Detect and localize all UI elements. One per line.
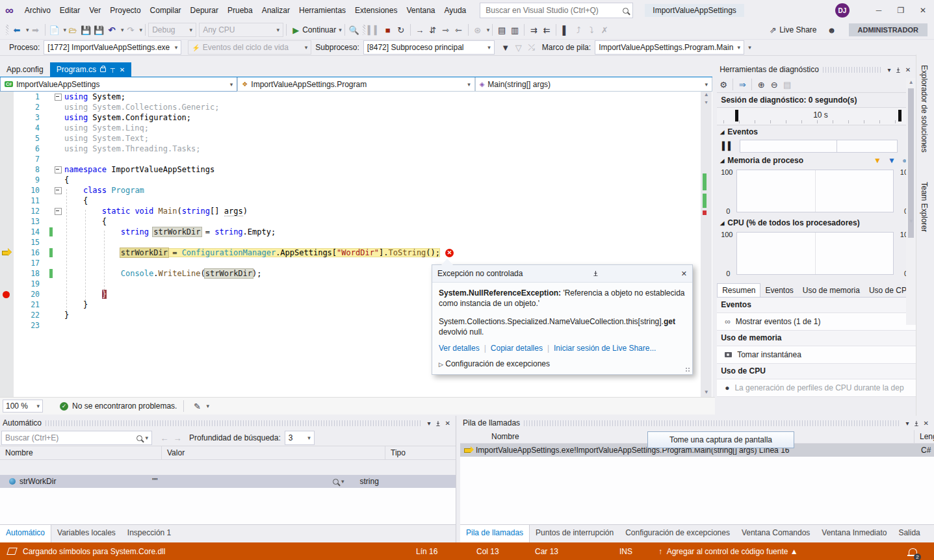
filter-icon[interactable]: ▼ [500, 43, 512, 53]
code-line-3[interactable]: 3using System.Configuration; [0, 112, 712, 123]
code-line-14[interactable]: 14 string strWorkDir = string.Empty; [0, 227, 712, 237]
uncomment-icon[interactable]: ▥ [509, 25, 521, 35]
code-line-15[interactable]: 15 [0, 237, 712, 248]
close-button[interactable]: ✕ [912, 0, 934, 21]
timeline-ruler[interactable]: 10 s [717, 108, 916, 125]
breakpoint-icon[interactable] [3, 291, 10, 298]
menu-ventana[interactable]: Ventana [402, 0, 439, 21]
code-line-5[interactable]: 5using System.Text; [0, 133, 712, 144]
type-dropdown[interactable]: ❖ ImportValueAppSettings.Program▾ [237, 77, 474, 92]
quick-search-box[interactable] [480, 3, 633, 18]
menu-compilar[interactable]: Compilar [146, 0, 186, 21]
take-snapshot-row[interactable]: Tomar instantánea [717, 346, 916, 364]
find-in-files-icon[interactable]: 🔍 [348, 25, 360, 35]
thread-combo[interactable]: [8472] Subproceso principal▾ [363, 40, 495, 55]
tab-automático[interactable]: Automático [0, 525, 51, 542]
add-to-source-control-button[interactable]: ↑ Agregar al control de código fuente ▲ [658, 547, 798, 556]
diag-tab-uso-de-memoria[interactable]: Uso de memoria [798, 284, 864, 297]
tab-pila-de-llamadas[interactable]: Pila de llamadas [460, 525, 530, 542]
redo-icon[interactable]: ↷ [125, 25, 136, 35]
diagnostics-scrollbar[interactable]: ▲ ▼ [906, 78, 916, 325]
menu-ayuda[interactable]: Ayuda [439, 0, 471, 21]
comment-icon[interactable]: ▤ [496, 25, 508, 35]
cpu-section-header[interactable]: ◢CPU (% de todos los procesadores) [717, 216, 916, 229]
menu-prueba[interactable]: Prueba [223, 0, 257, 21]
autos-title-bar[interactable]: Automático ▾ Ŧ ✕ [0, 416, 456, 430]
close-icon[interactable]: ✕ [924, 420, 929, 427]
menu-ver[interactable]: Ver [84, 0, 105, 21]
continue-label[interactable]: Continuar [302, 25, 336, 34]
undo-icon[interactable]: ↶ [106, 25, 118, 35]
close-icon[interactable]: ✕ [675, 270, 687, 278]
panel-splitter[interactable] [456, 416, 460, 542]
fold-collapse-icon[interactable] [55, 187, 62, 194]
autos-search-box[interactable]: Buscar (Ctrl+E) ▾ [1, 431, 152, 445]
code-line-13[interactable]: 13 { [0, 216, 712, 227]
process-combo[interactable]: [1772] ImportValueAppSettings.exe▾ [44, 40, 181, 55]
code-line-11[interactable]: 11 { [0, 196, 712, 206]
close-icon[interactable]: ✕ [120, 66, 125, 73]
navigate-forward-icon[interactable]: ➡ [30, 25, 42, 35]
platform-combo[interactable]: Any CPU▾ [199, 23, 283, 37]
indent-icon[interactable]: ⇉ [528, 25, 539, 35]
save-all-icon[interactable]: 💾 [93, 25, 105, 35]
fold-collapse-icon[interactable] [55, 166, 62, 173]
doc-tab-program.cs[interactable]: Program.cs⊥✕ [50, 62, 131, 77]
window-position-icon[interactable]: ▾ [427, 420, 430, 427]
zoom-out-icon[interactable]: ⊖ [768, 80, 780, 90]
member-dropdown[interactable]: ◈ Main(string[] args)▾ [475, 77, 712, 92]
export-icon[interactable]: ⇒ [736, 80, 748, 90]
value-magnifier-icon[interactable] [333, 479, 339, 485]
pin-icon[interactable]: Ŧ [436, 420, 440, 427]
live-share-label[interactable]: Live Share [779, 25, 816, 34]
breakpoint-settings-icon[interactable]: ⊛ [472, 25, 484, 35]
restart-icon[interactable]: ↻ [395, 25, 407, 35]
menu-archivo[interactable]: Archivo [20, 0, 55, 21]
new-project-icon[interactable]: 📄 [49, 25, 60, 35]
feedback-icon[interactable]: ☻ [826, 25, 838, 35]
resize-grip[interactable] [685, 367, 691, 373]
step-over-icon[interactable]: ⇾ [440, 25, 452, 35]
menu-proyecto[interactable]: Proyecto [105, 0, 145, 21]
navigate-back-icon[interactable]: ⬅ [11, 25, 23, 35]
pause-events-icon[interactable]: ▍▍ [722, 142, 734, 151]
open-folder-icon[interactable]: 🗁 [67, 25, 79, 35]
continue-icon[interactable]: ▶ [290, 25, 302, 35]
code-line-7[interactable]: 7 [0, 154, 712, 164]
column-language[interactable]: Leng [915, 430, 934, 443]
autos-row-strworkdir[interactable]: strWorkDir "" ▾ string [0, 475, 456, 488]
step-into-icon[interactable]: ⇵ [427, 25, 439, 35]
fold-collapse-icon[interactable] [55, 208, 62, 215]
zoom-in-icon[interactable]: ⊕ [755, 80, 767, 90]
code-line-12[interactable]: 12 static void Main(string[] args) [0, 206, 712, 216]
save-icon[interactable]: 💾 [80, 25, 92, 35]
reset-view-icon[interactable]: ▤ [781, 80, 793, 90]
zoom-level-combo[interactable]: 100 %▾ [3, 400, 43, 413]
code-line-10[interactable]: 10 class Program [0, 185, 712, 196]
configuration-combo[interactable]: Debug▾ [148, 23, 196, 37]
minimize-button[interactable]: ─ [868, 0, 890, 21]
pin-icon[interactable]: ⊥ [110, 63, 116, 77]
project-dropdown[interactable]: C# ImportValueAppSettings▾ [0, 77, 237, 92]
link-copiar-detalles[interactable]: Copiar detalles [491, 344, 543, 353]
fold-collapse-icon[interactable] [55, 94, 62, 101]
tab-team-explorer[interactable]: Team Explorer [920, 182, 929, 232]
doc-tab-app.config[interactable]: App.config [0, 62, 50, 77]
events-section-header[interactable]: ◢Eventos [717, 125, 916, 138]
search-depth-combo[interactable]: 3▾ [285, 431, 315, 445]
menu-extensiones[interactable]: Extensiones [350, 0, 402, 21]
stack-frame-combo[interactable]: ImportValueAppSettings.Program.Main▾ [595, 40, 744, 55]
show-next-statement-icon[interactable]: → [414, 25, 426, 35]
code-line-16[interactable]: 16 strWorkDir = ConfigurationManager.App… [0, 248, 712, 258]
code-line-1[interactable]: 1using System; [0, 92, 712, 102]
window-position-icon[interactable]: ▾ [888, 66, 891, 73]
diagnostics-title-bar[interactable]: Herramientas de diagnóstico ▾ Ŧ ✕ [717, 62, 916, 77]
code-cleanup-icon[interactable]: ✎ [191, 401, 203, 411]
link-iniciar-sesi-n-de-live-share-[interactable]: Iniciar sesión de Live Share... [554, 344, 656, 353]
tab-puntos-de-interrupción[interactable]: Puntos de interrupción [530, 525, 619, 542]
link-ver-detalles[interactable]: Ver detalles [439, 344, 480, 353]
pin-icon[interactable]: Ŧ [915, 420, 918, 427]
tab-configuración-de-excepciones[interactable]: Configuración de excepciones [619, 525, 736, 542]
close-icon[interactable]: ✕ [445, 420, 450, 427]
tab-variables-locales[interactable]: Variables locales [51, 525, 122, 542]
